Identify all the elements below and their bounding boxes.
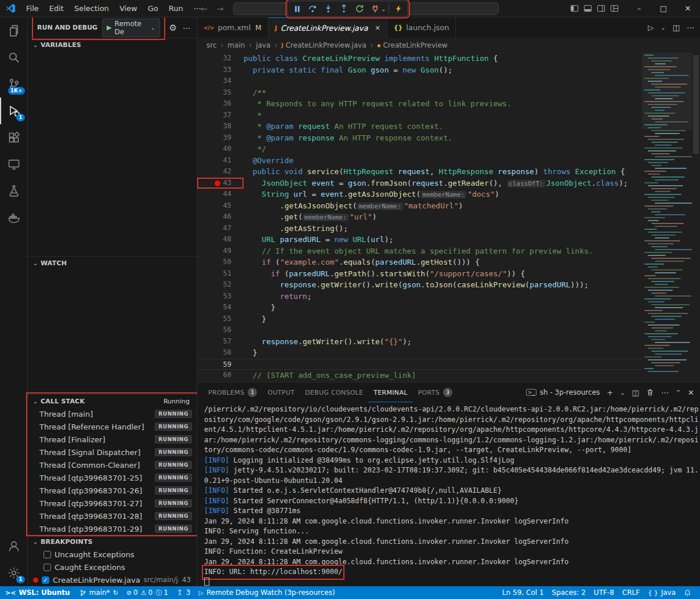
tab-pom.xml[interactable]: </>pom.xmlM	[197, 17, 269, 38]
step-into-button[interactable]	[321, 2, 336, 16]
gutter[interactable]: 48	[197, 234, 244, 246]
terminal-instance[interactable]: >_ sh - 3p-resources	[526, 388, 600, 396]
gutter[interactable]: 45	[197, 200, 244, 212]
panel-tab-output[interactable]: OUTPUT	[262, 383, 300, 402]
gutter[interactable]: 49	[197, 246, 244, 257]
gutter[interactable]: 47	[197, 223, 244, 234]
call-stack-thread[interactable]: Thread [main]RUNNING	[28, 407, 197, 420]
source-control-icon[interactable]: 1K+	[0, 71, 28, 98]
step-over-button[interactable]	[305, 2, 320, 16]
checkbox[interactable]	[43, 564, 51, 571]
run-file-icon[interactable]: ▷	[648, 23, 654, 32]
gutter[interactable]: 36	[197, 98, 244, 110]
account-icon[interactable]	[0, 533, 28, 560]
watch-header[interactable]: ⌄ WATCH	[28, 257, 197, 269]
remote-indicator[interactable]: >< WSL: Ubuntu	[0, 586, 75, 599]
gutter[interactable]: 58	[197, 347, 244, 359]
gutter[interactable]: 44	[197, 189, 244, 200]
remote-explorer-icon[interactable]	[0, 151, 28, 178]
gutter[interactable]: 59	[197, 359, 244, 370]
menu-go[interactable]: Go	[143, 0, 164, 17]
split-terminal-icon[interactable]: ◫	[632, 388, 639, 397]
call-stack-thread[interactable]: Thread [qtp399683701-29]RUNNING	[28, 522, 197, 535]
menu-view[interactable]: View	[114, 0, 143, 17]
new-terminal-icon[interactable]: +	[607, 388, 613, 397]
gutter[interactable]: 53	[197, 291, 244, 302]
call-stack-thread[interactable]: Thread [qtp399683701-27]RUNNING	[28, 497, 197, 510]
gutter[interactable]: 57	[197, 336, 244, 348]
gutter[interactable]: 56	[197, 324, 244, 336]
terminal-content[interactable]: /pierrick/.m2/repository/io/cloudevents/…	[197, 402, 700, 586]
gutter[interactable]: 35	[197, 87, 244, 99]
menu-file[interactable]: File	[21, 0, 44, 17]
start-debug-icon[interactable]: ▶	[107, 24, 111, 31]
ports-item[interactable]: 3	[172, 586, 195, 599]
cursor-position[interactable]: Ln 59, Col 1	[498, 586, 548, 599]
panel-tab-debug-console[interactable]: DEBUG CONSOLE	[300, 383, 368, 402]
more-actions-icon[interactable]: ⋯	[661, 388, 669, 397]
gutter[interactable]: 43	[197, 178, 244, 189]
encoding[interactable]: UTF-8	[590, 586, 618, 599]
gutter[interactable]: 55	[197, 313, 244, 325]
kill-terminal-icon[interactable]	[646, 388, 654, 396]
call-stack-thread[interactable]: Thread [qtp399683701-26]RUNNING	[28, 484, 197, 497]
breadcrumb-item[interactable]: main	[227, 41, 245, 49]
gutter[interactable]: 37	[197, 110, 244, 121]
call-stack-thread[interactable]: Thread [qtp399683701-28]RUNNING	[28, 510, 197, 522]
step-out-button[interactable]	[336, 2, 351, 16]
scrollbar-thumb[interactable]	[693, 55, 699, 154]
gutter[interactable]: 38	[197, 121, 244, 132]
toggle-secondary-sidebar-icon[interactable]	[597, 4, 605, 13]
checkbox[interactable]	[43, 551, 51, 558]
explorer-icon[interactable]	[0, 17, 28, 44]
gutter[interactable]: 40	[197, 143, 244, 155]
breakpoint-item[interactable]: Uncaught Exceptions	[28, 548, 197, 561]
breakpoint-item[interactable]: ✓CreateLinkPreview.javasrc/main/java43	[28, 573, 197, 586]
close-panel-icon[interactable]: ✕	[688, 388, 694, 397]
call-stack-thread[interactable]: Thread [Signal Dispatcher]RUNNING	[28, 446, 197, 459]
call-stack-thread[interactable]: Thread [Finalizer]RUNNING	[28, 433, 197, 446]
run-and-debug-icon[interactable]: 1	[0, 98, 28, 124]
tab-launch.json[interactable]: {}launch.json	[387, 17, 456, 38]
checkbox[interactable]: ✓	[42, 576, 49, 584]
code-editor[interactable]: 32public class CreateLinkPreview impleme…	[197, 53, 700, 382]
gutter[interactable]: 46	[197, 211, 244, 223]
gutter[interactable]: 32	[197, 53, 244, 64]
menu-selection[interactable]: Selection	[69, 0, 114, 17]
close-button[interactable]: ✕	[676, 0, 700, 17]
maximize-button[interactable]: □	[651, 0, 676, 17]
toggle-panel-icon[interactable]	[583, 4, 592, 13]
menu-run[interactable]: Run	[164, 0, 188, 17]
breadcrumb-item[interactable]: src	[206, 41, 217, 49]
breadcrumb-item[interactable]: JCreateLinkPreview.java	[281, 41, 366, 49]
task-item[interactable]: ▷ Remote Debug Watch (3p-resources)	[195, 586, 339, 599]
gutter[interactable]: 42	[197, 166, 244, 178]
chevron-down-icon[interactable]: ⌄	[661, 24, 665, 31]
panel-tab-problems[interactable]: PROBLEMS1	[203, 383, 262, 402]
indentation[interactable]: Spaces: 2	[548, 586, 590, 599]
toggle-sidebar-icon[interactable]	[570, 4, 579, 13]
breakpoints-header[interactable]: ⌄ BREAKPOINTS	[28, 535, 197, 548]
more-actions-icon[interactable]: ⋯	[687, 23, 694, 32]
editor-scrollbar[interactable]	[692, 53, 700, 382]
language-mode[interactable]: { } Java	[644, 586, 680, 599]
gutter[interactable]: 52	[197, 279, 244, 291]
problems-item[interactable]: ⊘0 ⚠0 ⓘ1	[122, 586, 172, 599]
breakpoint-icon[interactable]	[215, 181, 220, 186]
gutter[interactable]: 54	[197, 302, 244, 313]
restart-button[interactable]	[352, 2, 367, 16]
call-stack-header[interactable]: ⌄ CALL STACK Running	[28, 395, 197, 407]
gutter[interactable]: 60	[197, 370, 244, 381]
gutter[interactable]: 33	[197, 64, 244, 76]
debug-settings-gear-icon[interactable]: ⚙	[169, 23, 177, 33]
menu-edit[interactable]: Edit	[44, 0, 69, 17]
settings-gear-icon[interactable]: 1	[0, 560, 28, 586]
customize-layout-icon[interactable]	[610, 4, 619, 13]
gutter[interactable]: 39	[197, 132, 244, 144]
gutter[interactable]: 50	[197, 257, 244, 268]
maximize-panel-icon[interactable]: ⌃	[676, 389, 681, 396]
split-editor-icon[interactable]: ◫	[673, 23, 680, 32]
tab-CreateLinkPreview.java[interactable]: JCreateLinkPreview.java✕	[269, 17, 387, 38]
more-actions-icon[interactable]: ⋯	[183, 23, 191, 33]
call-stack-thread[interactable]: Thread [Common-Cleaner]RUNNING	[28, 459, 197, 471]
